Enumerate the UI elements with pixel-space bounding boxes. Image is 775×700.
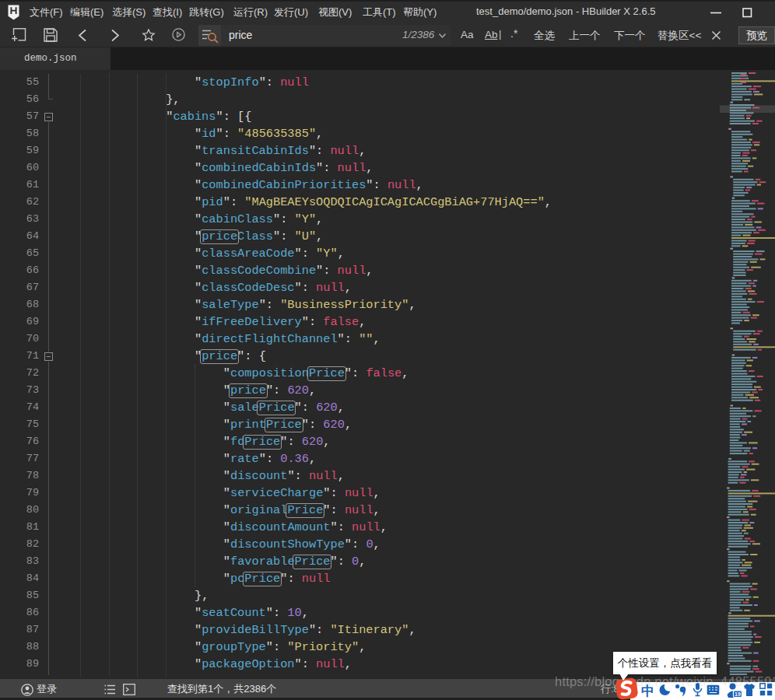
svg-text:19: 19 — [735, 691, 741, 697]
